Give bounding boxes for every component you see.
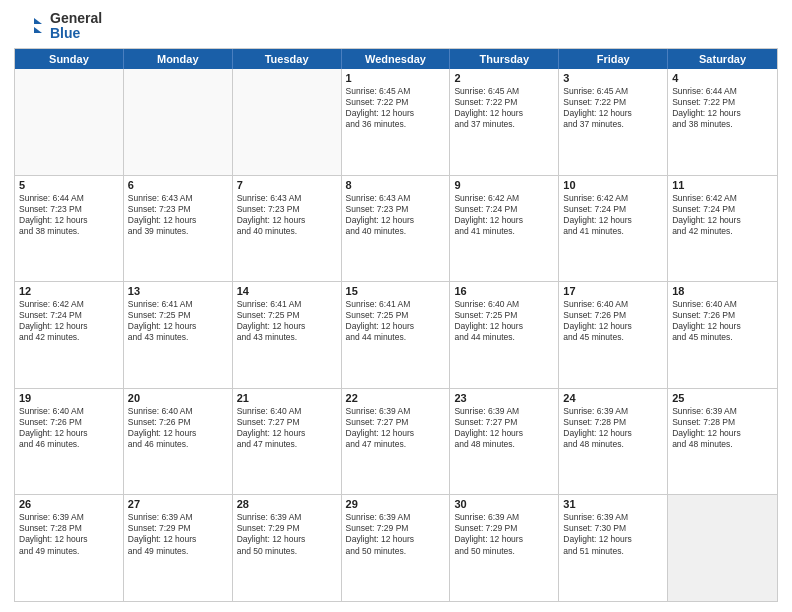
cell-info: Sunrise: 6:39 AMSunset: 7:28 PMDaylight:… xyxy=(672,406,773,450)
calendar-cell: 16Sunrise: 6:40 AMSunset: 7:25 PMDayligh… xyxy=(450,282,559,388)
svg-marker-0 xyxy=(34,18,42,24)
day-header-tuesday: Tuesday xyxy=(233,49,342,69)
calendar-cell: 27Sunrise: 6:39 AMSunset: 7:29 PMDayligh… xyxy=(124,495,233,601)
calendar-cell: 17Sunrise: 6:40 AMSunset: 7:26 PMDayligh… xyxy=(559,282,668,388)
cell-info: Sunrise: 6:39 AMSunset: 7:27 PMDaylight:… xyxy=(454,406,554,450)
day-header-friday: Friday xyxy=(559,49,668,69)
calendar-cell: 12Sunrise: 6:42 AMSunset: 7:24 PMDayligh… xyxy=(15,282,124,388)
calendar-cell: 25Sunrise: 6:39 AMSunset: 7:28 PMDayligh… xyxy=(668,389,777,495)
calendar-cell: 7Sunrise: 6:43 AMSunset: 7:23 PMDaylight… xyxy=(233,176,342,282)
cell-info: Sunrise: 6:44 AMSunset: 7:23 PMDaylight:… xyxy=(19,193,119,237)
logo: General Blue xyxy=(14,10,102,42)
cell-info: Sunrise: 6:39 AMSunset: 7:29 PMDaylight:… xyxy=(454,512,554,556)
cell-info: Sunrise: 6:40 AMSunset: 7:27 PMDaylight:… xyxy=(237,406,337,450)
day-number: 31 xyxy=(563,498,663,510)
calendar: SundayMondayTuesdayWednesdayThursdayFrid… xyxy=(14,48,778,602)
calendar-cell: 21Sunrise: 6:40 AMSunset: 7:27 PMDayligh… xyxy=(233,389,342,495)
header: General Blue xyxy=(14,10,778,42)
calendar-week-3: 12Sunrise: 6:42 AMSunset: 7:24 PMDayligh… xyxy=(15,282,777,389)
logo-text: General Blue xyxy=(50,11,102,42)
cell-info: Sunrise: 6:40 AMSunset: 7:26 PMDaylight:… xyxy=(563,299,663,343)
cell-info: Sunrise: 6:41 AMSunset: 7:25 PMDaylight:… xyxy=(346,299,446,343)
day-number: 7 xyxy=(237,179,337,191)
day-number: 26 xyxy=(19,498,119,510)
day-number: 15 xyxy=(346,285,446,297)
calendar-cell: 23Sunrise: 6:39 AMSunset: 7:27 PMDayligh… xyxy=(450,389,559,495)
cell-info: Sunrise: 6:39 AMSunset: 7:28 PMDaylight:… xyxy=(19,512,119,556)
logo-blue: Blue xyxy=(50,26,102,41)
calendar-cell: 29Sunrise: 6:39 AMSunset: 7:29 PMDayligh… xyxy=(342,495,451,601)
cell-info: Sunrise: 6:44 AMSunset: 7:22 PMDaylight:… xyxy=(672,86,773,130)
calendar-cell: 20Sunrise: 6:40 AMSunset: 7:26 PMDayligh… xyxy=(124,389,233,495)
cell-info: Sunrise: 6:39 AMSunset: 7:29 PMDaylight:… xyxy=(128,512,228,556)
cell-info: Sunrise: 6:40 AMSunset: 7:25 PMDaylight:… xyxy=(454,299,554,343)
calendar-week-2: 5Sunrise: 6:44 AMSunset: 7:23 PMDaylight… xyxy=(15,176,777,283)
cell-info: Sunrise: 6:39 AMSunset: 7:30 PMDaylight:… xyxy=(563,512,663,556)
day-number: 14 xyxy=(237,285,337,297)
day-number: 21 xyxy=(237,392,337,404)
calendar-cell: 3Sunrise: 6:45 AMSunset: 7:22 PMDaylight… xyxy=(559,69,668,175)
day-number: 9 xyxy=(454,179,554,191)
day-number: 5 xyxy=(19,179,119,191)
day-number: 10 xyxy=(563,179,663,191)
calendar-cell: 9Sunrise: 6:42 AMSunset: 7:24 PMDaylight… xyxy=(450,176,559,282)
cell-info: Sunrise: 6:39 AMSunset: 7:28 PMDaylight:… xyxy=(563,406,663,450)
calendar-cell: 28Sunrise: 6:39 AMSunset: 7:29 PMDayligh… xyxy=(233,495,342,601)
calendar-body: 1Sunrise: 6:45 AMSunset: 7:22 PMDaylight… xyxy=(15,69,777,601)
day-number: 30 xyxy=(454,498,554,510)
cell-info: Sunrise: 6:39 AMSunset: 7:29 PMDaylight:… xyxy=(237,512,337,556)
cell-info: Sunrise: 6:45 AMSunset: 7:22 PMDaylight:… xyxy=(346,86,446,130)
cell-info: Sunrise: 6:42 AMSunset: 7:24 PMDaylight:… xyxy=(563,193,663,237)
day-number: 17 xyxy=(563,285,663,297)
day-number: 8 xyxy=(346,179,446,191)
calendar-week-1: 1Sunrise: 6:45 AMSunset: 7:22 PMDaylight… xyxy=(15,69,777,176)
calendar-cell xyxy=(233,69,342,175)
day-number: 4 xyxy=(672,72,773,84)
calendar-cell: 15Sunrise: 6:41 AMSunset: 7:25 PMDayligh… xyxy=(342,282,451,388)
calendar-cell: 10Sunrise: 6:42 AMSunset: 7:24 PMDayligh… xyxy=(559,176,668,282)
day-number: 24 xyxy=(563,392,663,404)
cell-info: Sunrise: 6:45 AMSunset: 7:22 PMDaylight:… xyxy=(563,86,663,130)
calendar-cell: 6Sunrise: 6:43 AMSunset: 7:23 PMDaylight… xyxy=(124,176,233,282)
day-header-sunday: Sunday xyxy=(15,49,124,69)
calendar-cell: 24Sunrise: 6:39 AMSunset: 7:28 PMDayligh… xyxy=(559,389,668,495)
day-header-wednesday: Wednesday xyxy=(342,49,451,69)
calendar-cell: 14Sunrise: 6:41 AMSunset: 7:25 PMDayligh… xyxy=(233,282,342,388)
day-number: 22 xyxy=(346,392,446,404)
calendar-cell: 8Sunrise: 6:43 AMSunset: 7:23 PMDaylight… xyxy=(342,176,451,282)
day-number: 25 xyxy=(672,392,773,404)
cell-info: Sunrise: 6:45 AMSunset: 7:22 PMDaylight:… xyxy=(454,86,554,130)
day-number: 16 xyxy=(454,285,554,297)
calendar-cell: 30Sunrise: 6:39 AMSunset: 7:29 PMDayligh… xyxy=(450,495,559,601)
calendar-week-5: 26Sunrise: 6:39 AMSunset: 7:28 PMDayligh… xyxy=(15,495,777,601)
day-number: 29 xyxy=(346,498,446,510)
calendar-cell: 31Sunrise: 6:39 AMSunset: 7:30 PMDayligh… xyxy=(559,495,668,601)
day-number: 23 xyxy=(454,392,554,404)
day-number: 2 xyxy=(454,72,554,84)
cell-info: Sunrise: 6:41 AMSunset: 7:25 PMDaylight:… xyxy=(237,299,337,343)
cell-info: Sunrise: 6:40 AMSunset: 7:26 PMDaylight:… xyxy=(672,299,773,343)
cell-info: Sunrise: 6:43 AMSunset: 7:23 PMDaylight:… xyxy=(346,193,446,237)
calendar-cell: 13Sunrise: 6:41 AMSunset: 7:25 PMDayligh… xyxy=(124,282,233,388)
day-header-saturday: Saturday xyxy=(668,49,777,69)
day-number: 11 xyxy=(672,179,773,191)
day-number: 19 xyxy=(19,392,119,404)
calendar-cell xyxy=(124,69,233,175)
calendar-cell: 19Sunrise: 6:40 AMSunset: 7:26 PMDayligh… xyxy=(15,389,124,495)
day-header-thursday: Thursday xyxy=(450,49,559,69)
calendar-cell: 4Sunrise: 6:44 AMSunset: 7:22 PMDaylight… xyxy=(668,69,777,175)
cell-info: Sunrise: 6:39 AMSunset: 7:29 PMDaylight:… xyxy=(346,512,446,556)
day-number: 20 xyxy=(128,392,228,404)
calendar-cell: 18Sunrise: 6:40 AMSunset: 7:26 PMDayligh… xyxy=(668,282,777,388)
calendar-cell: 26Sunrise: 6:39 AMSunset: 7:28 PMDayligh… xyxy=(15,495,124,601)
cell-info: Sunrise: 6:40 AMSunset: 7:26 PMDaylight:… xyxy=(19,406,119,450)
cell-info: Sunrise: 6:43 AMSunset: 7:23 PMDaylight:… xyxy=(237,193,337,237)
day-number: 3 xyxy=(563,72,663,84)
calendar-cell: 5Sunrise: 6:44 AMSunset: 7:23 PMDaylight… xyxy=(15,176,124,282)
day-number: 13 xyxy=(128,285,228,297)
svg-marker-1 xyxy=(34,27,42,33)
day-number: 1 xyxy=(346,72,446,84)
calendar-cell xyxy=(15,69,124,175)
cell-info: Sunrise: 6:40 AMSunset: 7:26 PMDaylight:… xyxy=(128,406,228,450)
cell-info: Sunrise: 6:42 AMSunset: 7:24 PMDaylight:… xyxy=(19,299,119,343)
